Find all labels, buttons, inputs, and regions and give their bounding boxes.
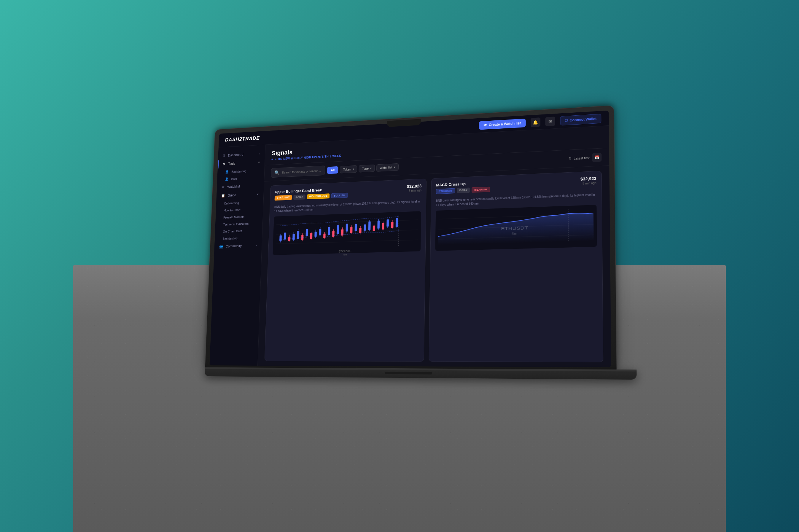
card-price-wrapper-2: $32,923 5 min ago — [581, 176, 596, 185]
candlestick-chart — [275, 214, 418, 249]
tag-bullish: BULLISH — [331, 193, 348, 198]
mail-icon: ✉ — [548, 119, 552, 124]
svg-line-48 — [378, 219, 379, 229]
card-time: 5 min ago — [407, 189, 421, 192]
svg-text:ETHUSDT: ETHUSDT — [501, 225, 528, 231]
sidebar-item-label: Onboarding — [224, 201, 239, 205]
chevron-icon: ∨ — [258, 161, 260, 164]
sidebar-item-label: Bots — [231, 177, 237, 180]
card-time-2: 5 min ago — [581, 182, 596, 185]
calendar-icon: 📅 — [594, 155, 599, 159]
sidebar-item-label: Watchlist — [227, 185, 240, 189]
card-tags: BTC/USDT DAILY HIGH VOLUME BULLISH — [274, 193, 348, 201]
content-area: Signals + + 189 NEW WEEKLY HIGH EVENTS T… — [258, 126, 611, 367]
connect-wallet-button[interactable]: ⬡ Connect Wallet — [560, 114, 601, 125]
wallet-icon: ⬡ — [565, 118, 568, 122]
card-title-2: MACD Cross Up — [436, 180, 490, 187]
dashboard-icon: ⊞ — [223, 154, 225, 157]
notifications-button[interactable]: 🔔 — [531, 117, 540, 127]
card-tags-2: ETH/USDT DAILY BEARISH — [436, 187, 490, 194]
sidebar: ⊞ Dashboard › ⚙ Tools ∨ 👤 Backtesting — [209, 145, 265, 366]
svg-line-46 — [374, 224, 374, 232]
bell-icon: 🔔 — [533, 120, 538, 125]
laptop-device: DASH2TRADE 👁 Create a Watch list 🔔 ✉ — [205, 105, 617, 380]
signals-grid: Upper Bollinger Band Break BTC/USDT DAIL… — [258, 166, 611, 367]
filter-tabs: All Token ▾ Type ▾ Watchlist ▾ — [327, 163, 399, 174]
card-price-2: $32,923 — [581, 176, 596, 182]
user-icon: 👤 — [225, 177, 229, 181]
svg-line-8 — [289, 234, 289, 242]
main-layout: ⊞ Dashboard › ⚙ Tools ∨ 👤 Backtesting — [209, 126, 611, 367]
svg-line-36 — [351, 225, 351, 234]
eye-icon: 👁 — [222, 185, 225, 189]
sidebar-item-label: On-Chain Data — [223, 229, 242, 233]
filter-dropdown-watchlist[interactable]: Watchlist ▾ — [376, 163, 398, 171]
svg-line-22 — [320, 227, 320, 236]
tag-bearish: BEARISH — [472, 187, 490, 193]
svg-text:5m: 5m — [512, 232, 517, 235]
tag-daily: DAILY — [293, 194, 305, 200]
screen-content: DASH2TRADE 👁 Create a Watch list 🔔 ✉ — [209, 111, 611, 367]
svg-line-56 — [397, 216, 397, 228]
user-icon: 👤 — [225, 170, 229, 173]
chart-container-1: BTCUSDT5m — [272, 211, 421, 255]
signal-card-2[interactable]: MACD Cross Up ETH/USDT DAILY BEARISH — [429, 171, 604, 362]
sidebar-item-label: Tools — [228, 162, 235, 166]
svg-line-2 — [276, 240, 418, 244]
svg-line-38 — [356, 222, 356, 232]
tools-icon: ⚙ — [223, 162, 225, 166]
card-title-wrapper-2: MACD Cross Up ETH/USDT DAILY BEARISH — [436, 180, 490, 196]
laptop-lid: DASH2TRADE 👁 Create a Watch list 🔔 ✉ — [205, 105, 617, 371]
card-price: $32,923 — [407, 184, 421, 189]
sort-dropdown[interactable]: ⇅ Latest first — [569, 156, 590, 160]
chart-container-2: ETHUSDT 5m — [435, 205, 597, 251]
subtitle-plus: + — [271, 158, 273, 161]
svg-line-18 — [311, 232, 311, 240]
search-icon: 🔍 — [274, 170, 280, 175]
sidebar-item-label: Backtesting — [223, 236, 237, 241]
filter-dropdown-type[interactable]: Type ▾ — [359, 164, 375, 172]
card-title-wrapper: Upper Bollinger Band Break BTC/USDT DAIL… — [274, 187, 348, 203]
brand-logo: DASH2TRADE — [225, 135, 260, 143]
svg-line-24 — [324, 232, 325, 239]
chevron-icon: › — [256, 244, 257, 247]
create-watchlist-button[interactable]: 👁 Create a Watch list — [479, 118, 526, 130]
svg-line-44 — [369, 220, 369, 231]
sidebar-item-label: Community — [226, 244, 242, 248]
filter-tab-all[interactable]: All — [327, 166, 338, 174]
sidebar-item-label: Guide — [227, 193, 236, 197]
svg-line-42 — [365, 223, 365, 232]
chart-label-1: BTCUSDT5m — [275, 248, 418, 258]
svg-line-32 — [342, 227, 343, 237]
tag-btcusdt: BTC/USDT — [274, 195, 292, 201]
community-icon: 👥 — [219, 245, 223, 248]
tag-daily-2: DAILY — [457, 187, 470, 193]
svg-line-54 — [392, 220, 393, 229]
search-input[interactable] — [282, 169, 322, 174]
calendar-button[interactable]: 📅 — [592, 153, 602, 162]
sidebar-item-label: Presale Markets — [223, 215, 244, 219]
filters-left: 🔍 All Token ▾ Type ▾ — [271, 162, 399, 178]
chevron-icon: › — [260, 152, 261, 155]
svg-line-20 — [316, 230, 316, 238]
sidebar-item-community[interactable]: 👥 Community › — [214, 241, 262, 251]
tag-ethusdt: ETH/USDT — [436, 188, 455, 194]
sort-icon: ⇅ — [569, 156, 572, 160]
search-box[interactable]: 🔍 — [271, 166, 325, 178]
guide-icon: 📋 — [221, 194, 225, 197]
line-chart: ETHUSDT 5m — [438, 208, 594, 245]
sidebar-item-label: Backtesting — [231, 169, 246, 173]
svg-line-14 — [302, 233, 303, 241]
sidebar-item-label: How to Short — [224, 208, 241, 212]
screen-bezel: DASH2TRADE 👁 Create a Watch list 🔔 ✉ — [209, 111, 611, 367]
card-price-wrapper: $32,923 5 min ago — [407, 184, 422, 192]
eye-icon: 👁 — [483, 123, 487, 127]
sidebar-item-label: Dashboard — [228, 153, 244, 157]
sidebar-item-label: Technical Indicators — [223, 222, 249, 226]
filters-right: ⇅ Latest first 📅 — [569, 153, 602, 163]
mail-button[interactable]: ✉ — [545, 116, 555, 126]
tag-high-volume: HIGH VOLUME — [307, 193, 330, 199]
filter-dropdown-token[interactable]: Token ▾ — [340, 165, 357, 173]
chevron-icon: ∨ — [257, 193, 259, 195]
signal-card-1[interactable]: Upper Bollinger Band Break BTC/USDT DAIL… — [265, 178, 427, 361]
